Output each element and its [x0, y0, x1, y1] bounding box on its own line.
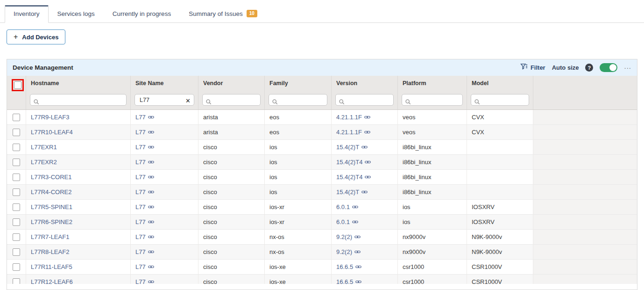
- column-header-family[interactable]: Family: [265, 76, 332, 92]
- vendor-cell: cisco: [198, 170, 265, 184]
- site-link[interactable]: L77: [135, 114, 154, 121]
- vendor-cell: arista: [198, 125, 265, 139]
- site-link[interactable]: L77: [135, 174, 154, 181]
- version-link[interactable]: 15.4(2)T4: [336, 159, 371, 166]
- site-link[interactable]: L77: [135, 203, 154, 210]
- version-link[interactable]: 6.0.1: [336, 203, 358, 210]
- hostname-link[interactable]: L77R9-LEAF3: [31, 114, 69, 121]
- filter-button[interactable]: Filter: [520, 63, 545, 72]
- hostname-link[interactable]: L77R3-CORE1: [31, 174, 71, 181]
- site-link[interactable]: L77: [135, 233, 154, 240]
- add-devices-button[interactable]: + Add Devices: [7, 29, 65, 44]
- row-checkbox[interactable]: [13, 159, 20, 166]
- filter-spacer-cell: [7, 92, 26, 109]
- row-checkbox[interactable]: [13, 248, 20, 256]
- row-checkbox[interactable]: [13, 114, 20, 121]
- column-header-version[interactable]: Version: [332, 76, 398, 92]
- version-link[interactable]: 16.6.5: [336, 278, 361, 284]
- hostname-link[interactable]: L77R10-LEAF4: [31, 129, 73, 136]
- hostname-link[interactable]: L77R7-LEAF1: [31, 233, 69, 240]
- hostname-link[interactable]: L77R11-LEAF5: [31, 263, 72, 270]
- chain-link-icon: [352, 219, 358, 225]
- row-checkbox[interactable]: [13, 278, 20, 284]
- hostname-link[interactable]: L77R12-LEAF6: [31, 278, 73, 284]
- family-cell: eos: [265, 110, 332, 124]
- more-options-button[interactable]: ...: [624, 62, 631, 73]
- column-header-model[interactable]: Model: [467, 76, 533, 92]
- version-link[interactable]: 9.2(2): [336, 248, 361, 255]
- table-row: L77R5-SPINE1 L77 cisco ios-xr 6.0.1: [7, 200, 637, 215]
- select-all-checkbox[interactable]: [14, 81, 21, 89]
- site-name-cell: L77: [131, 155, 198, 169]
- column-header-hostname[interactable]: Hostname: [26, 76, 131, 92]
- site-name-cell: L77: [131, 140, 198, 154]
- site-link[interactable]: L77: [135, 159, 154, 166]
- version-cell: 9.2(2): [332, 230, 398, 244]
- toggle-knob: [609, 64, 616, 71]
- chain-link-icon: [148, 249, 154, 254]
- table-row: L77R3-CORE1 L77 cisco ios 15.4(2)T4: [7, 170, 637, 185]
- column-header-vendor[interactable]: Vendor: [198, 76, 265, 92]
- model-cell: N9K-9000v: [467, 230, 533, 244]
- hostname-link[interactable]: L77R6-SPINE2: [31, 218, 72, 225]
- site-link[interactable]: L77: [135, 263, 154, 270]
- hostname-link[interactable]: L77R5-SPINE1: [31, 203, 72, 210]
- row-checkbox-cell: [7, 230, 26, 244]
- hostname-cell: L77R5-SPINE1: [26, 200, 131, 214]
- chain-link-icon: [148, 279, 154, 284]
- tab-currently-in-progress[interactable]: Currently in progress: [104, 5, 180, 23]
- hostname-link[interactable]: L77R8-LEAF2: [31, 248, 69, 255]
- tab-inventory[interactable]: Inventory: [5, 5, 49, 23]
- version-link[interactable]: 4.21.1.1F: [336, 129, 370, 136]
- site-link[interactable]: L77: [135, 248, 154, 255]
- row-checkbox[interactable]: [13, 144, 20, 151]
- hostname-link[interactable]: L77R4-CORE2: [31, 188, 71, 196]
- help-icon[interactable]: ?: [585, 64, 593, 72]
- row-filler: [533, 230, 637, 244]
- version-link[interactable]: 9.2(2): [336, 233, 361, 240]
- table-body: L77R9-LEAF3 L77 arista eos 4.21.1.1F: [7, 110, 637, 284]
- site-link[interactable]: L77: [135, 129, 154, 136]
- chain-link-icon: [148, 219, 154, 225]
- row-checkbox[interactable]: [13, 233, 20, 241]
- clear-filter-icon[interactable]: ✕: [185, 97, 191, 104]
- chain-link-icon: [365, 160, 371, 165]
- chain-link-icon: [354, 234, 361, 239]
- site-link[interactable]: L77: [135, 144, 154, 151]
- platform-cell: veos: [398, 125, 467, 139]
- site-name-cell: L77: [131, 125, 198, 139]
- column-header-platform[interactable]: Platform: [398, 76, 467, 92]
- row-checkbox[interactable]: [13, 218, 20, 226]
- family-cell: ios-xe: [265, 260, 332, 274]
- version-link[interactable]: 15.4(2)T4: [336, 174, 371, 181]
- version-cell: 15.4(2)T4: [332, 155, 398, 169]
- panel-header: Device Management Filter Auto size ? ...: [7, 59, 637, 76]
- tab-services-logs[interactable]: Services logs: [49, 5, 104, 23]
- chain-link-icon: [148, 160, 154, 165]
- vendor-filter-cell: [198, 92, 265, 109]
- version-link[interactable]: 4.21.1.1F: [336, 114, 370, 121]
- row-checkbox[interactable]: [13, 188, 20, 196]
- row-checkbox[interactable]: [13, 203, 20, 211]
- version-link[interactable]: 6.0.1: [336, 218, 358, 225]
- site-link[interactable]: L77: [135, 278, 154, 284]
- version-link[interactable]: 15.4(2)T: [336, 144, 368, 151]
- chain-link-icon: [361, 145, 368, 150]
- site-link[interactable]: L77: [135, 218, 154, 225]
- column-header-site-name[interactable]: Site Name: [131, 76, 198, 92]
- autosize-toggle[interactable]: [600, 63, 617, 72]
- hostname-link[interactable]: L77EXR2: [31, 159, 57, 166]
- device-management-panel: Device Management Filter Auto size ? ...: [7, 59, 637, 290]
- version-link[interactable]: 16.6.5: [336, 263, 361, 270]
- hostname-link[interactable]: L77EXR1: [31, 144, 57, 151]
- tab-summary-of-issues[interactable]: Summary of Issues 10: [180, 5, 266, 23]
- row-checkbox[interactable]: [13, 174, 20, 181]
- version-link[interactable]: 15.4(2)T: [336, 188, 368, 196]
- version-cell: 15.4(2)T: [332, 185, 398, 199]
- family-cell: ios: [265, 140, 332, 154]
- row-checkbox[interactable]: [13, 129, 20, 136]
- hostname-filter-input[interactable]: [30, 94, 127, 106]
- row-checkbox[interactable]: [13, 263, 20, 271]
- table-row: L77R8-LEAF2 L77 cisco nx-os 9.2(2): [7, 245, 637, 260]
- site-link[interactable]: L77: [135, 188, 154, 196]
